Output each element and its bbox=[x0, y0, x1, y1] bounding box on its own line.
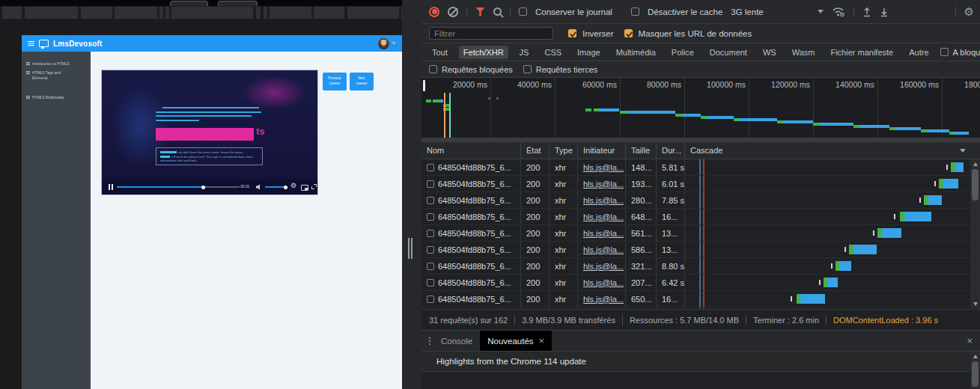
menu-hamburger-icon[interactable] bbox=[28, 41, 34, 46]
resource-tab-image[interactable]: Image bbox=[573, 46, 605, 59]
preserve-log-label[interactable]: Conserver le journal bbox=[535, 7, 612, 16]
settings-gear-icon[interactable]: ⚙ bbox=[290, 182, 296, 189]
preserve-log-checkbox[interactable] bbox=[519, 7, 527, 16]
request-filter-label[interactable]: Requêtes tierces bbox=[536, 65, 598, 74]
splitter-handle-icon[interactable] bbox=[408, 238, 413, 259]
table-row[interactable]: 648504fd88b75_6...200xhrhls.js@la...321.… bbox=[421, 258, 970, 275]
progress-bar[interactable] bbox=[117, 186, 240, 188]
column-header-taille[interactable]: Taille bbox=[626, 142, 657, 159]
table-row[interactable]: 648504fd88b75_6...200xhrhls.js@la...648.… bbox=[421, 209, 970, 225]
cascade-sort-caret-icon[interactable] bbox=[960, 149, 966, 153]
network-conditions-icon[interactable] bbox=[832, 6, 845, 17]
request-filter[interactable]: Requêtes bloquées bbox=[429, 65, 513, 74]
browser-tab[interactable] bbox=[81, 7, 112, 19]
export-har-icon[interactable] bbox=[880, 7, 889, 17]
disable-cache-checkbox[interactable] bbox=[631, 7, 639, 16]
column-header-tat[interactable]: État bbox=[521, 142, 550, 159]
resource-tab-css[interactable]: CSS bbox=[540, 46, 566, 59]
table-row[interactable]: 648504fd88b75_6...200xhrhls.js@la...561.… bbox=[421, 225, 970, 242]
column-header-dur[interactable]: Dur... bbox=[657, 142, 685, 159]
blocked-cookies-label[interactable]: A bloqué les cookies bbox=[953, 48, 980, 57]
volume-icon[interactable] bbox=[256, 184, 262, 190]
browser-tab[interactable] bbox=[115, 7, 157, 19]
resource-tab-fichier-manifeste[interactable]: Fichier manifeste bbox=[826, 46, 898, 59]
scroll-down-icon[interactable] bbox=[973, 302, 978, 306]
next-lesson-button[interactable]: Next Lesson bbox=[350, 73, 374, 91]
table-row[interactable]: 648504fd88b75_6...200xhrhls.js@la...650.… bbox=[421, 291, 970, 307]
invert-label[interactable]: Inverser bbox=[582, 29, 614, 38]
tab-console[interactable]: Console bbox=[441, 337, 472, 346]
volume-bar[interactable] bbox=[265, 186, 286, 188]
request-filter[interactable]: Requêtes tierces bbox=[523, 65, 598, 74]
browser-tab[interactable] bbox=[264, 7, 267, 19]
initiator-link[interactable]: hls.js@la... bbox=[583, 229, 624, 238]
filter-input[interactable] bbox=[429, 27, 553, 40]
column-header-nom[interactable]: Nom bbox=[421, 142, 521, 159]
resource-tab-ws[interactable]: WS bbox=[758, 46, 781, 59]
row-checkbox[interactable] bbox=[427, 213, 434, 221]
previous-lesson-button[interactable]: Previous Lesson bbox=[323, 73, 347, 91]
column-header-cascade[interactable]: Cascade bbox=[685, 142, 970, 159]
scrollbar-thumb[interactable] bbox=[972, 169, 979, 200]
initiator-link[interactable]: hls.js@la... bbox=[583, 180, 624, 189]
resource-tab-fetch-xhr[interactable]: Fetch/XHR bbox=[459, 46, 508, 59]
resource-tab-autre[interactable]: Autre bbox=[904, 46, 933, 59]
row-checkbox[interactable] bbox=[427, 197, 434, 204]
whats-new-highlight[interactable]: Highlights from the Chrome 114 update bbox=[421, 352, 980, 372]
initiator-link[interactable]: hls.js@la... bbox=[583, 278, 624, 287]
resource-tab-police[interactable]: Police bbox=[667, 46, 699, 59]
sidebar-item[interactable]: HTML5 Tags andElements bbox=[26, 70, 61, 81]
table-scrollbar[interactable] bbox=[970, 159, 980, 308]
drawer-scrollbar[interactable] bbox=[970, 352, 980, 389]
browser-tab[interactable] bbox=[25, 7, 78, 19]
table-row[interactable]: 648504fd88b75_6...200xhrhls.js@la...586.… bbox=[421, 242, 970, 258]
tab-whats-new[interactable]: Nouveautés × bbox=[480, 331, 552, 351]
row-checkbox[interactable] bbox=[427, 246, 434, 254]
browser-tab[interactable] bbox=[270, 7, 311, 19]
hide-data-urls-checkbox[interactable] bbox=[624, 29, 633, 37]
row-checkbox[interactable] bbox=[427, 230, 434, 237]
progress-knob[interactable] bbox=[201, 186, 205, 189]
column-header-type[interactable]: Type bbox=[550, 142, 578, 159]
table-row[interactable]: 648504fd88b75_6...200xhrhls.js@la...290.… bbox=[421, 307, 970, 308]
devtools-settings-gear-icon[interactable]: ⚙ bbox=[964, 6, 974, 17]
blocked-cookies-filter[interactable]: A bloqué les cookies bbox=[940, 48, 980, 57]
request-filter-checkbox[interactable] bbox=[429, 65, 437, 73]
column-header-initiateur[interactable]: Initiateur bbox=[578, 142, 626, 159]
throttling-select[interactable]: 3G lente bbox=[731, 7, 824, 16]
request-filter-label[interactable]: Requêtes bloquées bbox=[442, 65, 513, 74]
browser-tab[interactable] bbox=[347, 7, 399, 19]
filter-funnel-icon[interactable] bbox=[475, 7, 485, 16]
drawer-menu-icon[interactable] bbox=[429, 337, 430, 339]
devtools-splitter[interactable] bbox=[402, 0, 421, 389]
record-button[interactable] bbox=[429, 7, 439, 17]
initiator-link[interactable]: hls.js@la... bbox=[583, 163, 624, 172]
search-icon[interactable] bbox=[493, 7, 502, 16]
initiator-link[interactable]: hls.js@la... bbox=[583, 245, 624, 254]
clear-button[interactable] bbox=[448, 7, 458, 17]
import-har-icon[interactable] bbox=[862, 7, 871, 17]
sidebar-item[interactable]: Introduction to HTML5 bbox=[26, 61, 69, 67]
scroll-up-icon[interactable] bbox=[973, 162, 978, 166]
browser-tab[interactable] bbox=[159, 7, 163, 19]
initiator-link[interactable]: hls.js@la... bbox=[583, 295, 624, 304]
network-overview[interactable]: 20000 ms40000 ms60000 ms80000 ms100000 m… bbox=[421, 78, 980, 143]
resource-tab-document[interactable]: Document bbox=[705, 46, 752, 59]
resource-tab-js[interactable]: JS bbox=[515, 46, 534, 59]
fullscreen-icon[interactable] bbox=[311, 184, 317, 189]
browser-tab[interactable] bbox=[314, 7, 344, 19]
disable-cache-label[interactable]: Désactiver le cache bbox=[648, 7, 722, 16]
browser-tab[interactable] bbox=[165, 7, 169, 19]
scroll-up-icon[interactable] bbox=[973, 355, 978, 358]
row-checkbox[interactable] bbox=[427, 263, 434, 270]
video-player[interactable]: ts nts don't have that extra stroke- hen… bbox=[101, 70, 318, 195]
volume-knob[interactable] bbox=[284, 186, 287, 189]
blocked-cookies-checkbox[interactable] bbox=[940, 48, 949, 56]
browser-tab[interactable] bbox=[256, 7, 261, 19]
request-filter-checkbox[interactable] bbox=[523, 65, 532, 73]
row-checkbox[interactable] bbox=[427, 164, 434, 171]
resource-tab-multim-dia[interactable]: Multimédia bbox=[612, 46, 660, 59]
close-drawer-icon[interactable]: × bbox=[967, 336, 973, 346]
table-row[interactable]: 648504fd88b75_6...200xhrhls.js@la...148.… bbox=[421, 159, 970, 176]
avatar[interactable] bbox=[378, 38, 389, 49]
